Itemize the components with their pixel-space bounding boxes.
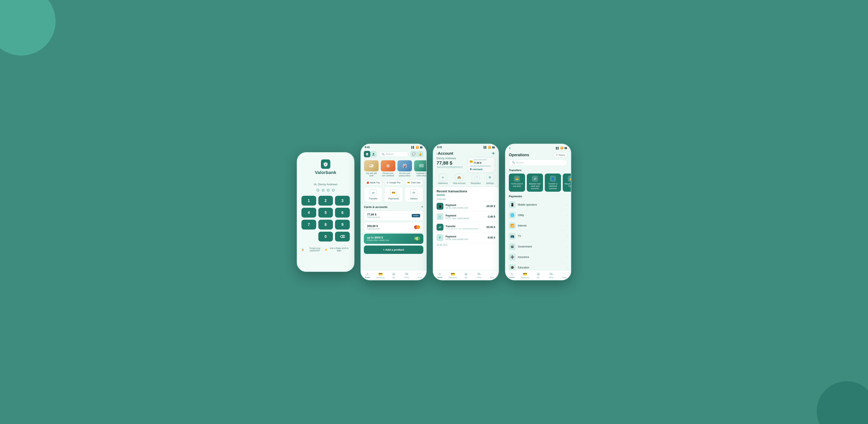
num-btn-8[interactable]: 8 — [318, 220, 333, 230]
nav-qr-3[interactable]: ⊞ QR — [459, 272, 472, 279]
nav-more-4[interactable]: ··· More — [558, 272, 571, 279]
transfer-btn[interactable]: ⇄ Transfer — [364, 187, 382, 202]
transfer-card-2[interactable]: ⇄ Between own cards and accounts — [527, 173, 543, 192]
cash-loan-btn[interactable]: 💳 Cash loan — [405, 180, 423, 185]
tx-item-1[interactable]: 📱 Payment 18:36, www.mobile.com -20.00 $ — [433, 201, 499, 211]
pay-item-education[interactable]: 🎓 Education › — [505, 262, 571, 270]
eye-icon-3[interactable]: 👁 — [492, 152, 495, 156]
nav-qr-4[interactable]: ⊞ QR — [531, 272, 545, 279]
nav-shop-3[interactable]: 🛍 Shop — [472, 272, 486, 279]
nav-payments-icon: 💳 — [378, 272, 383, 276]
logo-area: V Valorbank — [315, 159, 336, 175]
card-item-2[interactable]: 200,88 $ Card account — [364, 222, 423, 232]
backspace-btn[interactable]: ⌫ — [335, 232, 350, 241]
statement-btn[interactable]: ≡ Statement — [438, 173, 448, 185]
profile-icon[interactable] — [370, 151, 377, 157]
promo-card[interactable]: up to 8500 $ Private offers: details her… — [364, 234, 423, 244]
num-btn-9[interactable]: 9 — [335, 220, 350, 230]
app-name: Valorbank — [315, 170, 336, 175]
requisites-btn[interactable]: 📄 Requisites — [471, 173, 481, 185]
pin-dot-3 — [327, 189, 330, 192]
education-label: Education — [518, 266, 564, 269]
num-btn-7[interactable]: 7 — [302, 220, 316, 230]
apple-pay-btn[interactable]: 🍎 Apple Pay — [364, 180, 382, 185]
payments-btn[interactable]: 💳 Payments — [384, 187, 403, 202]
hide-account-btn[interactable]: 🙈 Hide account — [453, 173, 465, 185]
ops-search-placeholder: Search — [516, 161, 524, 164]
card-widget[interactable]: Valid THRU 09/26 77,88 $ 366150332285962… — [467, 157, 495, 172]
google-pay-btn[interactable]: G Google Pay — [384, 180, 403, 185]
forgot-password-link[interactable]: 🔒 Forgot your password? — [302, 247, 325, 252]
history-btn[interactable]: ⟳ History — [405, 187, 423, 202]
nav-qr[interactable]: ⊞ QR — [387, 272, 400, 279]
pay-item-utility[interactable]: 🌐 Utility › — [505, 210, 571, 221]
story-3[interactable]: 🎴 Join the card-paying lottery — [397, 160, 412, 177]
pay-item-mobile[interactable]: 📱 Mobile operators › — [505, 200, 571, 210]
nav-payments-3[interactable]: 💳 Payments — [446, 272, 459, 279]
num-btn-4[interactable]: 4 — [302, 208, 316, 218]
valorbank-nav-icon[interactable]: V — [364, 151, 370, 157]
num-btn-5[interactable]: 5 — [318, 208, 333, 218]
pay-item-tv[interactable]: 📺 TV › — [505, 231, 571, 241]
fingerprint-login-link[interactable]: ☝ Use a finger print to login — [325, 247, 350, 252]
history-badge[interactable]: ⟳ History — [554, 153, 567, 157]
status-time: 9:41 — [365, 146, 370, 149]
story-thumb-1 — [364, 160, 379, 171]
story-4[interactable]: Cashback in online shop — [414, 160, 426, 177]
nav-home-3[interactable]: ⌂ Home — [433, 272, 446, 279]
phone-login: V Valorbank Hi, Denny Andrews 1 2 3 4 5 … — [297, 152, 354, 272]
mobile-ops-icon: 📱 — [509, 201, 516, 208]
nav-payments[interactable]: 💳 Payments — [374, 272, 387, 279]
card-widget-brand: valorbank — [470, 168, 493, 170]
tx-item-3[interactable]: ⇄ Transfer 14:24, Account, USD, 38825645… — [433, 222, 499, 232]
status-bar-3: 9:41 ▌▌ 🛜 ▮▮ — [433, 144, 499, 150]
nav-home[interactable]: ⌂ Home — [361, 272, 374, 279]
tx-item-2[interactable]: 🛒 Payment 15:57, Spar supermarket -2.46 … — [433, 211, 499, 222]
settings-btn[interactable]: ⚙ Settings — [486, 173, 494, 185]
pay-item-internet[interactable]: 📶 Internet › — [505, 221, 571, 231]
pay-item-insurance[interactable]: ➕ Insurance › — [505, 252, 571, 262]
back-area-4: ‹ — [509, 146, 510, 150]
payments-list: 📱 Mobile operators › 🌐 Utility › 📶 Inter… — [505, 200, 571, 270]
settings-icon: ⚙ — [486, 173, 494, 181]
add-product-btn[interactable]: + Add a product — [364, 246, 423, 254]
transfer-label-4: Reque funds fr friend — [564, 183, 571, 188]
nav-payments-4[interactable]: 💳 Payments — [519, 272, 531, 279]
promo-desc: Private offers: details here — [367, 239, 389, 241]
bottom-nav-2: ⌂ Home 💳 Payments ⊞ QR 🛍 Shop ··· More — [361, 270, 426, 280]
add-card-btn[interactable]: + — [421, 205, 423, 209]
transfer-card-3[interactable]: 👤 Transfer to Valorbank customer — [545, 173, 561, 192]
nav-more-3[interactable]: ··· More — [486, 272, 499, 279]
ops-search[interactable]: 🔍 Search — [509, 159, 567, 166]
num-btn-2[interactable]: 2 — [318, 196, 333, 205]
num-btn-6[interactable]: 6 — [335, 208, 350, 218]
loan-icon: 💳 — [407, 182, 410, 184]
valorbank-logo-icon: V — [321, 159, 330, 169]
numpad: 1 2 3 4 5 6 7 8 9 0 ⌫ — [302, 196, 350, 241]
num-btn-0[interactable]: 0 — [318, 232, 333, 241]
back-btn-4[interactable]: ‹ — [509, 146, 510, 150]
transfer-card-1[interactable]: 💳 To the card of any bank — [509, 173, 525, 192]
stories-row: Pay with QR code % Choose your own cashb… — [361, 159, 426, 178]
tx-icon-4: P — [437, 234, 443, 241]
nav-shop[interactable]: 🛍 Shop — [400, 272, 413, 279]
search-bar[interactable]: 🔍 Search — [379, 152, 408, 157]
story-1[interactable]: Pay with QR code — [364, 160, 379, 177]
bell-icon[interactable]: 🔔 — [417, 151, 423, 157]
num-btn-3[interactable]: 3 — [335, 196, 350, 205]
svg-text:🎴: 🎴 — [403, 165, 406, 168]
transfer-card-4[interactable]: 💰 Reque funds fr friend — [563, 173, 571, 192]
nav-shop-4[interactable]: 🛍 Shop — [545, 272, 558, 279]
tx-item-4[interactable]: P Payment 18:36, www.mobile.com -8.00 $ — [433, 232, 499, 243]
story-caption-3: Join the card-paying lottery — [397, 172, 412, 177]
card-item-1[interactable]: 77,88 $ Card account VISA — [364, 210, 423, 221]
story-2[interactable]: % Choose your own cashback — [380, 160, 396, 177]
nav-more[interactable]: ··· More — [413, 272, 426, 279]
chat-icon[interactable]: 💬 — [410, 151, 417, 157]
pay-item-government[interactable]: 🏛 Government › — [505, 241, 571, 252]
nav-home-4[interactable]: ⌂ Home — [505, 272, 519, 279]
num-btn-1[interactable]: 1 — [302, 196, 316, 205]
search-icon: 🔍 — [382, 153, 384, 156]
card-amount-1: 77,88 $ — [367, 213, 380, 216]
tx-icon-2: 🛒 — [437, 213, 443, 220]
